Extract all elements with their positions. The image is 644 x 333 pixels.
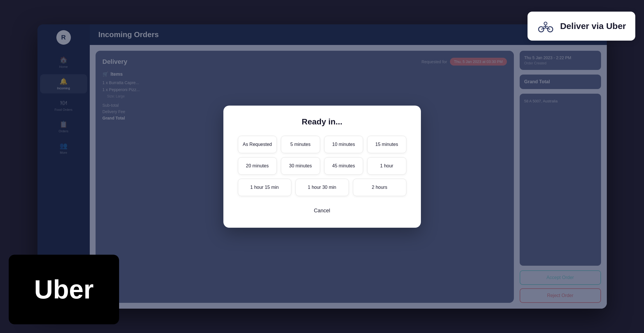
time-option-2hours[interactable]: 2 hours — [353, 179, 406, 196]
time-grid-row2: 20 minutes 30 minutes 45 minutes 1 hour — [238, 157, 406, 175]
time-option-15min[interactable]: 15 minutes — [367, 136, 406, 153]
uber-logo-text: Uber — [34, 275, 94, 305]
time-option-1hour[interactable]: 1 hour — [367, 157, 406, 175]
time-option-1h15m[interactable]: 1 hour 15 min — [238, 179, 291, 196]
time-option-20min[interactable]: 20 minutes — [238, 157, 277, 175]
deliver-via-uber-label: Deliver via Uber — [560, 21, 626, 31]
time-option-1h30m[interactable]: 1 hour 30 min — [295, 179, 349, 196]
time-option-10min[interactable]: 10 minutes — [324, 136, 363, 153]
time-grid-row3: 1 hour 15 min 1 hour 30 min 2 hours — [238, 179, 406, 196]
time-option-30min[interactable]: 30 minutes — [281, 157, 320, 175]
time-option-as-requested[interactable]: As Requested — [238, 136, 277, 153]
cancel-button[interactable]: Cancel — [238, 205, 406, 216]
uber-bike-icon — [537, 17, 554, 35]
app-window: R 🏠 Home 🔔 Incoming 🍽 Food Orders 📋 Orde… — [37, 24, 607, 309]
time-grid-row1: As Requested 5 minutes 10 minutes 15 min… — [238, 136, 406, 153]
deliver-via-uber-banner[interactable]: Deliver via Uber — [528, 12, 635, 41]
modal-overlay: Ready in... As Requested 5 minutes 10 mi… — [37, 24, 607, 309]
time-option-45min[interactable]: 45 minutes — [324, 157, 363, 175]
uber-logo-card: Uber — [9, 255, 119, 324]
ready-in-modal: Ready in... As Requested 5 minutes 10 mi… — [223, 106, 421, 228]
modal-title: Ready in... — [238, 117, 406, 126]
time-option-5min[interactable]: 5 minutes — [281, 136, 320, 153]
svg-point-2 — [544, 22, 547, 25]
